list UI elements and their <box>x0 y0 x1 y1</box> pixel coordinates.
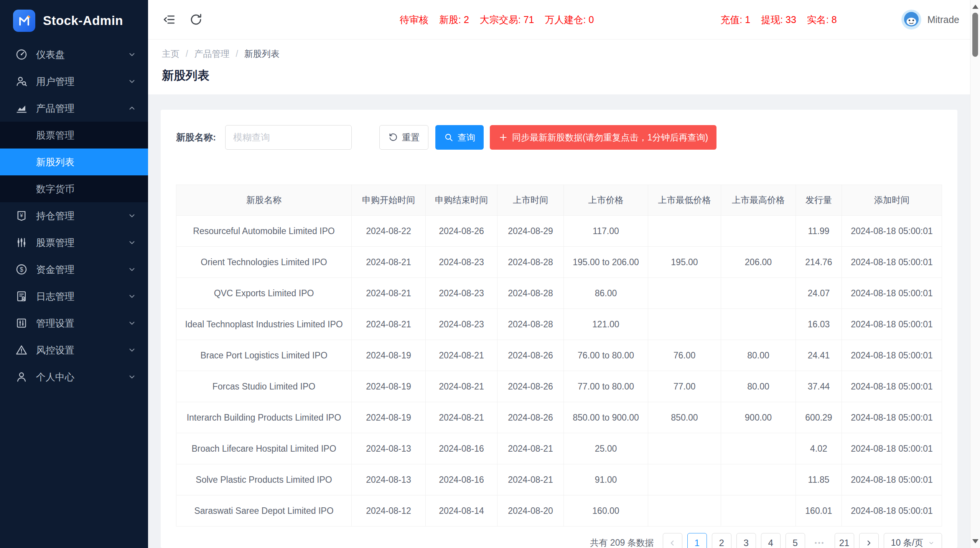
new-stock-table: 新股名称申购开始时间申购结束时间上市时间上市价格上市最低价格上市最高价格发行量添… <box>176 185 942 527</box>
search-button[interactable]: 查询 <box>435 125 484 150</box>
collapse-sidebar-icon[interactable] <box>162 12 176 27</box>
topbar: 待审核 新股: 2 大宗交易: 71 万人建仓: 0 充值: 1 提现: 33 … <box>148 0 970 40</box>
sidebar: Stock-Admin 仪表盘 用户管理 产 <box>0 0 148 548</box>
table-cell: 2024-08-21 <box>426 371 497 402</box>
table-cell: 2024-08-18 05:00:01 <box>842 495 942 527</box>
pagination-page-button-5[interactable]: 5 <box>786 533 805 548</box>
table-row: Forcas Studio Limited IPO2024-08-192024-… <box>176 371 942 402</box>
filter-bar: 新股名称: 重置 查询 <box>176 125 942 150</box>
pagination-page-button-2[interactable]: 2 <box>712 533 731 548</box>
sidebar-item-product-management[interactable]: 产品管理 <box>0 95 148 122</box>
table-row: Resourceful Automobile Limited IPO2024-0… <box>176 216 942 247</box>
sidebar-subitem-stock-management[interactable]: 股票管理 <box>0 122 148 149</box>
page-size-select[interactable]: 10 条/页 <box>884 533 942 548</box>
pagination-next-button[interactable] <box>859 533 879 548</box>
sidebar-item-label: 用户管理 <box>36 75 74 88</box>
table-header-cell: 上市价格 <box>564 185 648 216</box>
table-cell: 11.85 <box>796 464 842 495</box>
search-button-label: 查询 <box>458 132 475 144</box>
sidebar-item-user-management[interactable]: 用户管理 <box>0 68 148 95</box>
table-cell: Resourceful Automobile Limited IPO <box>176 216 352 247</box>
table-cell <box>648 495 721 527</box>
table-cell: 2024-08-21 <box>497 433 564 464</box>
chevron-down-icon <box>127 77 137 86</box>
table-cell: Ideal Technoplast Industries Limited IPO <box>176 309 352 340</box>
table-cell: 2024-08-21 <box>352 278 426 309</box>
table-cell: 2024-08-20 <box>497 495 564 527</box>
table-cell: 80.00 <box>721 371 796 402</box>
breadcrumb-product-management[interactable]: 产品管理 <box>194 48 229 60</box>
sidebar-item-personal-center[interactable]: 个人中心 <box>0 363 148 390</box>
table-cell: 37.44 <box>796 371 842 402</box>
content-area: 新股名称: 重置 查询 <box>148 94 970 548</box>
sidebar-subitem-digital-currency[interactable]: 数字货币 <box>0 175 148 202</box>
breadcrumb-current: 新股列表 <box>244 48 280 60</box>
table-cell: 160.01 <box>796 495 842 527</box>
chevron-down-icon <box>127 319 137 328</box>
stock-name-input[interactable] <box>225 125 352 150</box>
dashboard-icon <box>15 48 28 61</box>
table-header-cell: 发行量 <box>796 185 842 216</box>
app-title: Stock-Admin <box>43 13 123 28</box>
sidebar-item-label: 仪表盘 <box>36 48 65 61</box>
chevron-down-icon <box>127 211 137 220</box>
table-cell <box>648 309 721 340</box>
app-root: Stock-Admin 仪表盘 用户管理 产 <box>0 0 980 548</box>
refresh-icon[interactable] <box>189 12 203 27</box>
area-chart-icon <box>15 101 28 115</box>
scrollbar-thumb[interactable] <box>972 13 978 57</box>
pagination-page-button-4[interactable]: 4 <box>761 533 781 548</box>
table-header-cell: 上市最低价格 <box>648 185 721 216</box>
sidebar-item-stock-management[interactable]: 股票管理 <box>0 229 148 256</box>
table-row: Orient Technologies Limited IPO2024-08-2… <box>176 247 942 278</box>
pending-stat-new-stock: 新股: 2 <box>439 13 469 26</box>
table-cell: 2024-08-23 <box>426 247 497 278</box>
pagination-page-button-21[interactable]: 21 <box>835 533 854 548</box>
sidebar-item-fund-management[interactable]: $ 资金管理 <box>0 256 148 283</box>
table-cell: 195.00 <box>648 247 721 278</box>
pagination-page-button-1[interactable]: 1 <box>687 533 707 548</box>
reset-button[interactable]: 重置 <box>379 125 428 150</box>
sidebar-item-dashboard[interactable]: 仪表盘 <box>0 41 148 68</box>
table-cell: 2024-08-18 05:00:01 <box>842 278 942 309</box>
scrollbar-down-arrow[interactable] <box>972 539 978 543</box>
table-cell <box>648 216 721 247</box>
sidebar-item-label: 资金管理 <box>36 263 74 276</box>
table-cell: 2024-08-13 <box>352 433 426 464</box>
pagination-prev-button[interactable] <box>663 533 682 548</box>
pagination-page-button-3[interactable]: 3 <box>736 533 756 548</box>
breadcrumb-separator: / <box>236 49 238 59</box>
table-cell: 600.29 <box>796 402 842 433</box>
scrollbar-up-arrow[interactable] <box>972 5 978 9</box>
table-cell: 2024-08-22 <box>352 216 426 247</box>
account-stat-withdraw: 提现: 33 <box>761 13 796 26</box>
table-cell: 2024-08-29 <box>497 216 564 247</box>
svg-text:$: $ <box>20 266 23 273</box>
table-cell: 2024-08-16 <box>426 433 497 464</box>
settings-panel-icon <box>15 316 28 330</box>
table-row: Ideal Technoplast Industries Limited IPO… <box>176 309 942 340</box>
table-cell: 2024-08-18 05:00:01 <box>842 309 942 340</box>
table-cell <box>721 495 796 527</box>
table-cell <box>721 433 796 464</box>
sidebar-item-risk-settings[interactable]: 风控设置 <box>0 337 148 363</box>
table-cell: 2024-08-26 <box>426 216 497 247</box>
pagination-ellipsis[interactable]: ••• <box>810 533 830 548</box>
person-icon <box>15 370 28 384</box>
table-header-cell: 上市最高价格 <box>721 185 796 216</box>
table-row: Broach Lifecare Hospital Limited IPO2024… <box>176 433 942 464</box>
breadcrumb-home[interactable]: 主页 <box>162 48 180 60</box>
sidebar-item-log-management[interactable]: 日志管理 <box>0 283 148 310</box>
sidebar-item-position-management[interactable]: ¥ 持仓管理 <box>0 202 148 229</box>
table-header-cell: 新股名称 <box>176 185 352 216</box>
table-header-cell: 上市时间 <box>497 185 564 216</box>
sync-button[interactable]: 同步最新新股数据(请勿重复点击，1分钟后再查询) <box>490 125 716 150</box>
scrollbar[interactable] <box>970 0 980 548</box>
sidebar-item-admin-settings[interactable]: 管理设置 <box>0 310 148 337</box>
user-menu[interactable]: Mitrade <box>901 10 959 30</box>
table-cell: 2024-08-21 <box>352 247 426 278</box>
sidebar-subitem-new-stock-list[interactable]: 新股列表 <box>0 149 148 175</box>
table-row: Brace Port Logistics Limited IPO2024-08-… <box>176 340 942 371</box>
sidebar-item-label: 持仓管理 <box>36 210 74 222</box>
table-cell: 2024-08-19 <box>352 402 426 433</box>
